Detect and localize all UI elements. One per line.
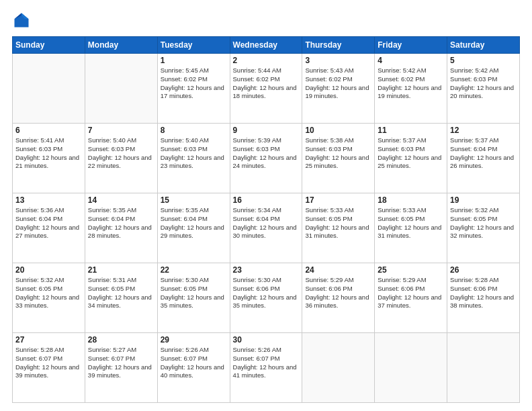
calendar-cell: 6Sunrise: 5:41 AM Sunset: 6:03 PM Daylig… [13,124,85,193]
day-number: 6 [15,126,82,135]
day-info: Sunrise: 5:34 AM Sunset: 6:04 PM Dayligh… [233,206,300,240]
day-number: 27 [15,335,82,345]
calendar-cell [85,54,157,124]
day-number: 2 [233,56,300,65]
day-info: Sunrise: 5:39 AM Sunset: 6:03 PM Dayligh… [233,136,300,171]
calendar-cell: 1Sunrise: 5:45 AM Sunset: 6:02 PM Daylig… [157,54,230,124]
day-info: Sunrise: 5:44 AM Sunset: 6:02 PM Dayligh… [233,66,300,101]
day-number: 4 [378,56,444,65]
day-number: 26 [450,265,517,275]
day-info: Sunrise: 5:40 AM Sunset: 6:03 PM Dayligh… [161,136,227,171]
day-number: 17 [305,195,371,205]
calendar-cell: 11Sunrise: 5:37 AM Sunset: 6:03 PM Dayli… [375,124,447,193]
page: SundayMondayTuesdayWednesdayThursdayFrid… [0,0,532,411]
day-info: Sunrise: 5:32 AM Sunset: 6:05 PM Dayligh… [450,206,517,240]
day-info: Sunrise: 5:42 AM Sunset: 6:02 PM Dayligh… [378,66,444,101]
day-info: Sunrise: 5:28 AM Sunset: 6:06 PM Dayligh… [450,276,517,310]
weekday-header: Thursday [302,37,375,54]
calendar-cell: 5Sunrise: 5:42 AM Sunset: 6:03 PM Daylig… [447,54,520,124]
day-number: 12 [450,126,517,135]
day-info: Sunrise: 5:41 AM Sunset: 6:03 PM Dayligh… [15,136,82,171]
day-number: 14 [88,195,154,205]
calendar-cell [302,333,375,403]
calendar-cell [375,333,447,403]
calendar-cell: 16Sunrise: 5:34 AM Sunset: 6:04 PM Dayli… [230,193,302,263]
calendar-cell: 22Sunrise: 5:30 AM Sunset: 6:05 PM Dayli… [157,263,230,333]
weekday-header: Saturday [447,37,520,54]
calendar-cell: 28Sunrise: 5:27 AM Sunset: 6:07 PM Dayli… [85,333,157,403]
calendar-cell: 7Sunrise: 5:40 AM Sunset: 6:03 PM Daylig… [85,124,157,193]
logo [12,11,34,30]
calendar-cell: 8Sunrise: 5:40 AM Sunset: 6:03 PM Daylig… [157,124,230,193]
calendar-cell: 18Sunrise: 5:33 AM Sunset: 6:05 PM Dayli… [375,193,447,263]
calendar-row: 1Sunrise: 5:45 AM Sunset: 6:02 PM Daylig… [13,54,520,124]
day-info: Sunrise: 5:36 AM Sunset: 6:04 PM Dayligh… [15,206,82,240]
day-number: 24 [305,265,371,275]
day-number: 5 [450,56,517,65]
calendar-cell: 12Sunrise: 5:37 AM Sunset: 6:04 PM Dayli… [447,124,520,193]
day-number: 13 [15,195,82,205]
logo-icon [12,11,31,30]
day-info: Sunrise: 5:28 AM Sunset: 6:07 PM Dayligh… [15,346,82,380]
day-number: 7 [88,126,154,135]
weekday-header: Friday [375,37,447,54]
header [12,11,520,30]
calendar-cell: 20Sunrise: 5:32 AM Sunset: 6:05 PM Dayli… [13,263,85,333]
calendar-cell: 14Sunrise: 5:35 AM Sunset: 6:04 PM Dayli… [85,193,157,263]
day-info: Sunrise: 5:33 AM Sunset: 6:05 PM Dayligh… [378,206,444,240]
day-info: Sunrise: 5:26 AM Sunset: 6:07 PM Dayligh… [161,346,227,380]
day-info: Sunrise: 5:29 AM Sunset: 6:06 PM Dayligh… [305,276,371,310]
calendar-cell: 25Sunrise: 5:29 AM Sunset: 6:06 PM Dayli… [375,263,447,333]
day-info: Sunrise: 5:43 AM Sunset: 6:02 PM Dayligh… [305,66,371,101]
day-number: 1 [161,56,227,65]
day-number: 10 [305,126,371,135]
calendar-row: 20Sunrise: 5:32 AM Sunset: 6:05 PM Dayli… [13,263,520,333]
calendar-cell: 3Sunrise: 5:43 AM Sunset: 6:02 PM Daylig… [302,54,375,124]
day-info: Sunrise: 5:40 AM Sunset: 6:03 PM Dayligh… [88,136,154,171]
day-info: Sunrise: 5:32 AM Sunset: 6:05 PM Dayligh… [15,276,82,310]
day-info: Sunrise: 5:45 AM Sunset: 6:02 PM Dayligh… [161,66,227,101]
calendar-row: 27Sunrise: 5:28 AM Sunset: 6:07 PM Dayli… [13,333,520,403]
calendar-cell: 24Sunrise: 5:29 AM Sunset: 6:06 PM Dayli… [302,263,375,333]
day-info: Sunrise: 5:35 AM Sunset: 6:04 PM Dayligh… [88,206,154,240]
calendar-cell: 10Sunrise: 5:38 AM Sunset: 6:03 PM Dayli… [302,124,375,193]
calendar-table: SundayMondayTuesdayWednesdayThursdayFrid… [12,36,520,403]
day-number: 23 [233,265,300,275]
day-info: Sunrise: 5:27 AM Sunset: 6:07 PM Dayligh… [88,346,154,380]
calendar-cell: 17Sunrise: 5:33 AM Sunset: 6:05 PM Dayli… [302,193,375,263]
calendar-cell: 29Sunrise: 5:26 AM Sunset: 6:07 PM Dayli… [157,333,230,403]
day-number: 18 [378,195,444,205]
day-number: 25 [378,265,444,275]
day-number: 8 [161,126,227,135]
calendar-cell [447,333,520,403]
day-info: Sunrise: 5:37 AM Sunset: 6:04 PM Dayligh… [450,136,517,171]
day-number: 21 [88,265,154,275]
calendar-cell: 26Sunrise: 5:28 AM Sunset: 6:06 PM Dayli… [447,263,520,333]
calendar-cell: 23Sunrise: 5:30 AM Sunset: 6:06 PM Dayli… [230,263,302,333]
day-info: Sunrise: 5:37 AM Sunset: 6:03 PM Dayligh… [378,136,444,171]
day-info: Sunrise: 5:31 AM Sunset: 6:05 PM Dayligh… [88,276,154,310]
calendar-cell [13,54,85,124]
weekday-header: Tuesday [157,37,230,54]
day-info: Sunrise: 5:29 AM Sunset: 6:06 PM Dayligh… [378,276,444,310]
day-number: 15 [161,195,227,205]
day-info: Sunrise: 5:26 AM Sunset: 6:07 PM Dayligh… [233,346,300,380]
day-info: Sunrise: 5:42 AM Sunset: 6:03 PM Dayligh… [450,66,517,101]
day-number: 28 [88,335,154,345]
day-number: 9 [233,126,300,135]
calendar-cell: 15Sunrise: 5:35 AM Sunset: 6:04 PM Dayli… [157,193,230,263]
calendar-row: 6Sunrise: 5:41 AM Sunset: 6:03 PM Daylig… [13,124,520,193]
calendar-cell: 9Sunrise: 5:39 AM Sunset: 6:03 PM Daylig… [230,124,302,193]
weekday-header: Sunday [13,37,85,54]
day-number: 3 [305,56,371,65]
weekday-header: Monday [85,37,157,54]
day-number: 16 [233,195,300,205]
day-info: Sunrise: 5:30 AM Sunset: 6:06 PM Dayligh… [233,276,300,310]
calendar-cell: 27Sunrise: 5:28 AM Sunset: 6:07 PM Dayli… [13,333,85,403]
calendar-cell: 21Sunrise: 5:31 AM Sunset: 6:05 PM Dayli… [85,263,157,333]
day-number: 29 [161,335,227,345]
day-number: 19 [450,195,517,205]
calendar-cell: 19Sunrise: 5:32 AM Sunset: 6:05 PM Dayli… [447,193,520,263]
day-info: Sunrise: 5:30 AM Sunset: 6:05 PM Dayligh… [161,276,227,310]
weekday-header: Wednesday [230,37,302,54]
